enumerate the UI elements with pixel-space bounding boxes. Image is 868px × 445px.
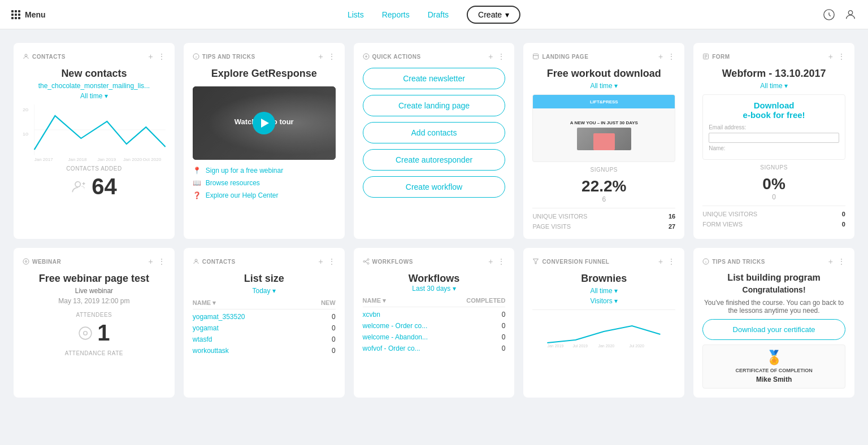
notification-icon[interactable] bbox=[823, 8, 835, 21]
ls-more-btn[interactable]: ⋮ bbox=[328, 257, 336, 266]
ls-label: CONTACTS bbox=[193, 258, 236, 265]
ls-card-actions: + ⋮ bbox=[318, 257, 335, 266]
form-uv-val: 0 bbox=[842, 211, 845, 217]
webform-email-input[interactable] bbox=[709, 133, 839, 143]
form-add-btn[interactable]: + bbox=[828, 52, 833, 61]
cert-preview: 🏅 CERTIFICATE OF COMPLETION Mike Smith bbox=[702, 344, 845, 389]
ls-link-1[interactable]: yogamat_353520 bbox=[193, 313, 245, 321]
cert-badge-icon: 🏅 bbox=[708, 350, 840, 365]
menu-label: Menu bbox=[25, 10, 46, 19]
add-contacts-btn[interactable]: Add contacts bbox=[363, 122, 506, 143]
wf-completed-4: 0 bbox=[502, 344, 506, 352]
ls-row-3: wtasfd 0 bbox=[193, 335, 336, 343]
nav-reports[interactable]: Reports bbox=[382, 10, 410, 19]
tips-more-btn[interactable]: ⋮ bbox=[328, 52, 336, 61]
tips-link-resources[interactable]: 📖 Browse resources bbox=[193, 179, 336, 187]
lp-time-filter[interactable]: All time ▾ bbox=[532, 82, 675, 90]
webinar-icon bbox=[23, 258, 29, 265]
wf-col-name[interactable]: NAME ▾ bbox=[363, 297, 386, 304]
lp-preview-header: LIFT&PRESS bbox=[533, 95, 675, 108]
contacts-time-filter[interactable]: All time ▾ bbox=[23, 92, 166, 100]
card-contacts: CONTACTS + ⋮ New contacts the_chocolate_… bbox=[14, 43, 175, 239]
cf-more-btn[interactable]: ⋮ bbox=[667, 257, 675, 266]
ls-filter[interactable]: Today ▾ bbox=[193, 287, 336, 295]
card-form: FORM + ⋮ Webform - 13.10.2017 All time ▾… bbox=[693, 43, 854, 239]
tips-add-btn[interactable]: + bbox=[318, 52, 323, 61]
tips-link-help[interactable]: ❓ Explore our Help Center bbox=[193, 191, 336, 199]
cert-title: CERTIFICATE OF COMPLETION bbox=[708, 368, 840, 373]
lp-add-btn[interactable]: + bbox=[658, 52, 663, 61]
cf-time-filter[interactable]: All time ▾ bbox=[532, 287, 675, 295]
ls-icon bbox=[193, 258, 199, 265]
cf-label: CONVERSION FUNNEL bbox=[532, 258, 609, 265]
create-workflow-btn[interactable]: Create workflow bbox=[363, 176, 506, 198]
wf-row-4: wofvof - Order co... 0 bbox=[363, 344, 506, 352]
svg-line-34 bbox=[365, 261, 367, 263]
wf-link-3[interactable]: welcome - Abandon... bbox=[363, 333, 428, 341]
svg-text:Jan 2020: Jan 2020 bbox=[123, 158, 142, 161]
webinar-add-btn[interactable]: + bbox=[149, 257, 153, 266]
nav-lists[interactable]: Lists bbox=[348, 10, 364, 19]
profile-icon[interactable] bbox=[844, 8, 857, 21]
create-landing-page-btn[interactable]: Create landing page bbox=[363, 95, 506, 116]
ls-link-2[interactable]: yogamat bbox=[193, 324, 219, 332]
menu-button[interactable]: Menu bbox=[11, 10, 46, 19]
nav-drafts[interactable]: Drafts bbox=[428, 10, 449, 19]
create-autoresponder-btn[interactable]: Create autoresponder bbox=[363, 149, 506, 171]
svg-point-26 bbox=[25, 261, 27, 263]
tips-link-webinar[interactable]: 📍 Sign up for a free webinar bbox=[193, 167, 336, 174]
form-time-filter[interactable]: All time ▾ bbox=[702, 82, 845, 90]
lp-more-btn[interactable]: ⋮ bbox=[667, 52, 675, 61]
contacts-card-title: New contacts bbox=[23, 68, 166, 80]
webinar-more-btn[interactable]: ⋮ bbox=[158, 257, 166, 266]
wf-link-2[interactable]: welcome - Order co... bbox=[363, 322, 428, 330]
svg-rect-19 bbox=[533, 54, 539, 59]
video-thumbnail[interactable]: Watch video tour bbox=[193, 86, 336, 160]
create-button[interactable]: Create ▾ bbox=[467, 6, 520, 24]
qa-more-btn[interactable]: ⋮ bbox=[497, 52, 505, 61]
form-more-btn[interactable]: ⋮ bbox=[837, 52, 845, 61]
wf-add-btn[interactable]: + bbox=[488, 257, 493, 266]
wf-link-1[interactable]: xcvbn bbox=[363, 311, 380, 319]
ls-row-1: yogamat_353520 0 bbox=[193, 313, 336, 321]
contacts-list-link[interactable]: the_chocolate_monster_mailing_lis... bbox=[23, 82, 166, 90]
play-button[interactable] bbox=[253, 112, 275, 134]
svg-point-2 bbox=[25, 54, 27, 56]
add-widget-btn[interactable]: + bbox=[149, 52, 153, 61]
wf-row-3: welcome - Abandon... 0 bbox=[363, 333, 506, 341]
ls-link-4[interactable]: workouttask bbox=[193, 347, 229, 355]
lb-add-btn[interactable]: + bbox=[828, 257, 833, 266]
funnel-icon bbox=[532, 258, 539, 265]
svg-point-29 bbox=[195, 259, 197, 261]
cf-chart: Jan 2019 Jul 2019 Jan 2020 Jul 2020 bbox=[532, 315, 675, 348]
wf-filter[interactable]: Last 30 days ▾ bbox=[363, 285, 506, 293]
svg-marker-35 bbox=[533, 259, 539, 264]
webform-name-label: Name: bbox=[709, 145, 839, 151]
more-options-btn[interactable]: ⋮ bbox=[158, 52, 166, 61]
cf-title: Brownies bbox=[532, 273, 675, 285]
form-views: FORM VIEWS 0 bbox=[702, 221, 845, 228]
wf-more-btn[interactable]: ⋮ bbox=[497, 257, 505, 266]
cf-add-btn[interactable]: + bbox=[658, 257, 663, 266]
card-tips: TIPS AND TRICKS + ⋮ Explore GetResponse … bbox=[184, 43, 345, 239]
wf-completed-3: 0 bbox=[502, 333, 506, 341]
cf-sub-filter[interactable]: Visitors ▾ bbox=[532, 297, 675, 305]
ls-col-name[interactable]: NAME ▾ bbox=[193, 299, 216, 307]
wf-title: Workflows bbox=[363, 273, 506, 285]
form-signups-count: 0 bbox=[702, 193, 845, 201]
ls-link-3[interactable]: wtasfd bbox=[193, 335, 212, 343]
webinar-sub: Live webinar bbox=[23, 287, 166, 295]
card-header-qa: QUICK ACTIONS + ⋮ bbox=[363, 52, 506, 61]
form-fv-label: FORM VIEWS bbox=[702, 221, 743, 228]
svg-text:Oct 2020: Oct 2020 bbox=[143, 158, 162, 161]
create-newsletter-btn[interactable]: Create newsletter bbox=[363, 68, 506, 89]
download-certificate-btn[interactable]: Download your certificate bbox=[702, 319, 845, 340]
wf-link-4[interactable]: wofvof - Order co... bbox=[363, 344, 420, 352]
svg-text:Jul 2020: Jul 2020 bbox=[630, 344, 645, 348]
lb-more-btn[interactable]: ⋮ bbox=[837, 257, 845, 266]
card-header-lp: LANDING PAGE + ⋮ bbox=[532, 52, 675, 61]
ls-add-btn[interactable]: + bbox=[318, 257, 323, 266]
dashboard-grid: CONTACTS + ⋮ New contacts the_chocolate_… bbox=[0, 29, 868, 411]
qa-add-btn[interactable]: + bbox=[488, 52, 493, 61]
contacts-added-label: CONTACTS ADDED bbox=[23, 165, 166, 172]
